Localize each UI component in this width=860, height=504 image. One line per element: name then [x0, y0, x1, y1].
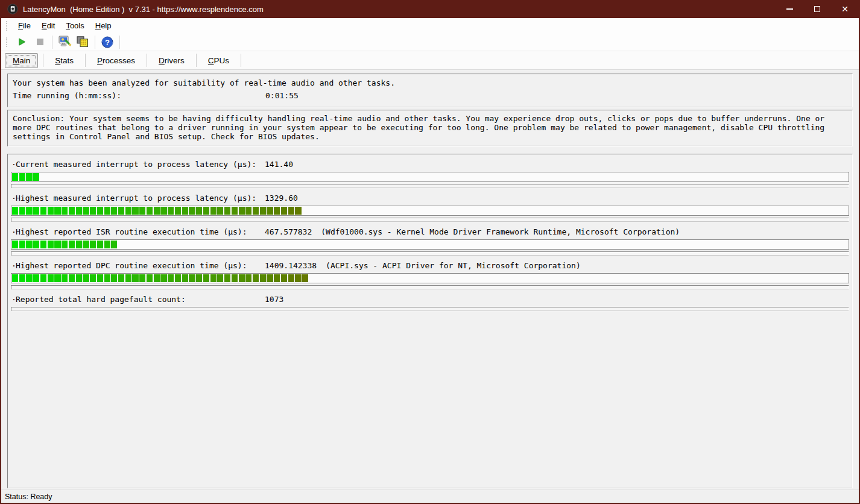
help-button[interactable]: ?: [98, 34, 116, 50]
start-monitor-button[interactable]: [13, 34, 31, 50]
bullet-marker: ·: [11, 194, 16, 206]
metric-value: 1073: [265, 295, 283, 307]
metric-row: · Highest reported DPC routine execution…: [11, 261, 849, 289]
bar-segment: [104, 241, 110, 248]
bar-segment: [288, 274, 294, 282]
bar-segment: [224, 207, 230, 215]
bar-segment: [224, 274, 230, 282]
bar-segment: [33, 274, 39, 282]
secondary-bar: [11, 184, 849, 188]
bar-segment: [217, 207, 223, 215]
bar-segment: [125, 274, 131, 282]
tab-separator: [196, 54, 197, 67]
bar-segment: [76, 241, 82, 248]
secondary-bar: [11, 307, 849, 311]
bar-segment: [111, 207, 117, 215]
bar-segment: [19, 173, 25, 181]
bar-segment: [139, 274, 145, 282]
tab-cpus[interactable]: CPUs: [200, 54, 237, 68]
latency-bar: [11, 172, 849, 182]
bar-segment: [260, 207, 266, 215]
bar-segment: [76, 207, 82, 215]
bar-segment: [302, 274, 308, 282]
tab-drivers[interactable]: Drivers: [151, 54, 192, 68]
close-button[interactable]: ✕: [831, 0, 859, 18]
bar-segment: [288, 207, 294, 215]
stop-monitor-button[interactable]: [31, 34, 49, 50]
start-monitor-icon: [17, 37, 27, 46]
bar-segment: [40, 241, 46, 248]
bar-segment: [48, 241, 54, 248]
bullet-marker: ·: [11, 160, 16, 172]
bar-segment: [19, 274, 25, 282]
metric-row: · Current measured interrupt to process …: [11, 160, 849, 188]
metric-value: 141.40: [265, 160, 293, 172]
metric-row: · Reported total hard pagefault count: 1…: [11, 295, 849, 311]
bar-segment: [189, 274, 195, 282]
bar-segment: [83, 274, 89, 282]
menu-item-tools[interactable]: Tools: [60, 19, 89, 32]
bar-segment: [232, 207, 238, 215]
bar-segment: [274, 274, 280, 282]
help-icon: ?: [101, 36, 113, 48]
minimize-button[interactable]: [776, 0, 803, 18]
bar-segment: [147, 207, 153, 215]
analyze-system-button[interactable]: [55, 34, 74, 50]
time-running-line: Time running (h:mm:ss): 0:01:55: [13, 91, 847, 104]
maximize-button[interactable]: [803, 0, 831, 18]
bar-segment: [125, 207, 131, 215]
title-bar: LatencyMon (Home Edition ) v 7.31 - http…: [1, 0, 859, 18]
metric-label: Reported total hard pagefault count:: [16, 295, 265, 307]
metric-label: Highest reported DPC routine execution t…: [16, 261, 265, 273]
bar-segment: [245, 274, 251, 282]
bar-segment: [182, 207, 188, 215]
tab-processes[interactable]: Processes: [89, 54, 143, 68]
bar-segment: [33, 241, 39, 248]
stop-monitor-icon: [36, 38, 44, 46]
bullet-marker: ·: [11, 227, 16, 239]
bar-segment: [54, 207, 60, 215]
secondary-bar: [11, 285, 849, 289]
menu-item-edit[interactable]: Edit: [36, 19, 60, 32]
menu-item-file[interactable]: File: [13, 19, 36, 32]
bar-segment: [97, 207, 103, 215]
time-running-value: 0:01:55: [265, 91, 299, 104]
bar-segment: [26, 274, 32, 282]
bullet-marker: ·: [11, 295, 16, 307]
bar-segment: [281, 274, 287, 282]
tab-bar: MainStatsProcessesDriversCPUs: [1, 51, 859, 70]
bar-segment: [232, 274, 238, 282]
bar-segment: [139, 207, 145, 215]
report-windows-button[interactable]: [74, 34, 92, 50]
bar-segment: [295, 207, 301, 215]
tab-main[interactable]: Main: [5, 53, 38, 68]
bar-segment: [210, 274, 217, 282]
analyze-system-icon: [58, 36, 72, 48]
bar-segment: [48, 207, 54, 215]
tab-separator: [85, 54, 86, 67]
bar-segment: [97, 241, 103, 248]
bar-segment: [90, 241, 96, 248]
app-window: LatencyMon (Home Edition ) v 7.31 - http…: [0, 0, 860, 504]
bar-segment: [147, 274, 153, 282]
bar-segment: [83, 241, 89, 248]
conclusion-text: Conclusion: Your system seems to be havi…: [13, 114, 824, 141]
menu-item-help[interactable]: Help: [90, 19, 117, 32]
tab-separator: [43, 54, 43, 67]
bar-segment: [69, 241, 75, 248]
main-content: Your system has been analyzed for suitab…: [1, 70, 859, 490]
metric-value: 467.577832: [265, 227, 312, 239]
bar-segment: [69, 274, 75, 282]
menu-bar: FileEditToolsHelp: [1, 18, 859, 33]
bar-segment: [267, 274, 273, 282]
bar-segment: [245, 207, 251, 215]
bar-segment: [168, 274, 174, 282]
metric-value: 1409.142338: [265, 261, 317, 273]
metrics-panel: · Current measured interrupt to process …: [7, 154, 853, 488]
bar-segment: [196, 207, 202, 215]
bar-segment: [132, 274, 138, 282]
tab-stats[interactable]: Stats: [47, 54, 81, 68]
bar-segment: [111, 274, 117, 282]
bar-segment: [182, 274, 188, 282]
bar-segment: [274, 207, 280, 215]
